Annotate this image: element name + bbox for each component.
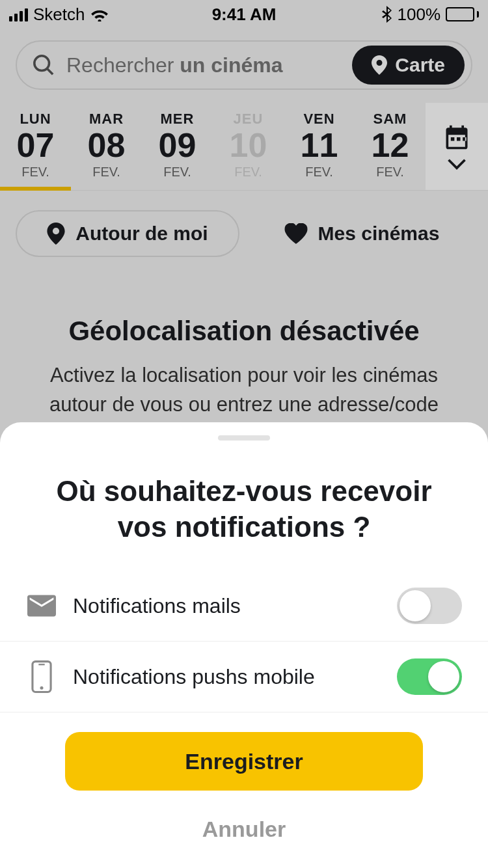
phone-icon: [26, 660, 57, 693]
sheet-grabber[interactable]: [218, 435, 270, 441]
sheet-title: Où souhaitez-vous recevoir vos notificat…: [0, 441, 488, 571]
option-mail: Notifications mails: [0, 571, 488, 642]
toggle-mail[interactable]: [397, 588, 462, 624]
svg-point-1: [40, 686, 44, 690]
mail-icon: [26, 595, 57, 617]
option-mail-label: Notifications mails: [73, 594, 381, 618]
toggle-push[interactable]: [397, 658, 462, 695]
option-push: Notifications pushs mobile: [0, 642, 488, 712]
option-push-label: Notifications pushs mobile: [73, 665, 381, 689]
cancel-button[interactable]: Annuler: [65, 791, 423, 868]
notification-sheet: Où souhaitez-vous recevoir vos notificat…: [0, 422, 488, 868]
save-button[interactable]: Enregistrer: [65, 732, 423, 791]
save-button-label: Enregistrer: [185, 749, 303, 774]
cancel-button-label: Annuler: [202, 817, 286, 841]
